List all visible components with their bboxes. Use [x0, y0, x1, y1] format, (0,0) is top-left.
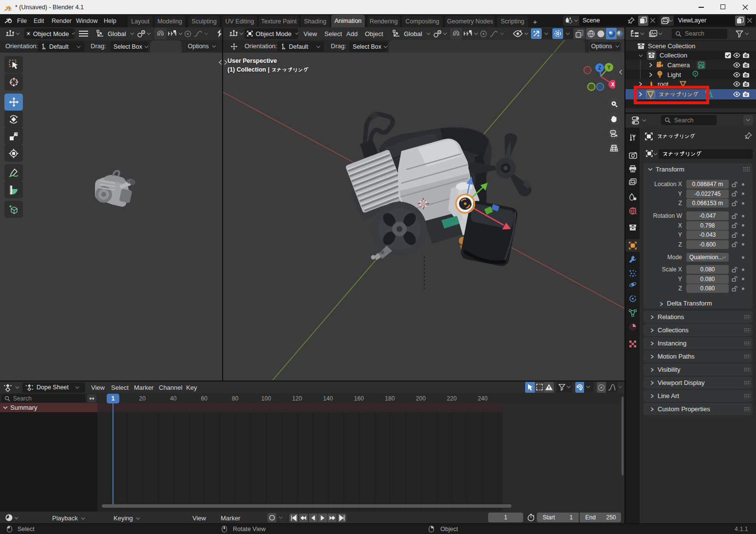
svg-text:X: X — [611, 82, 615, 87]
svg-text:Y: Y — [607, 65, 611, 70]
svg-text:Z: Z — [598, 65, 601, 71]
